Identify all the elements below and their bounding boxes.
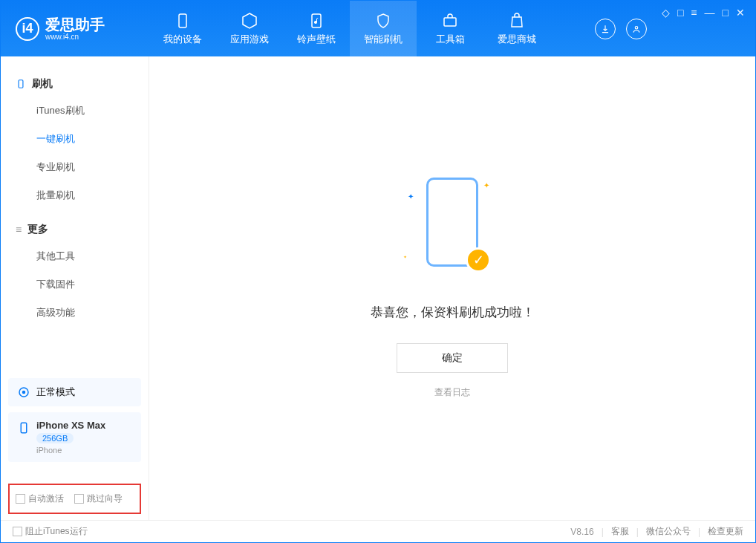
success-illustration: ✦ ✦ ✦ ✓ [408,178,497,282]
phone-icon [174,12,192,30]
block-itunes-checkbox[interactable]: 阻止iTunes运行 [13,525,88,538]
skip-guide-checkbox[interactable]: 跳过向导 [74,492,123,505]
nav-toolbox[interactable]: 工具箱 [417,1,483,56]
mode-card[interactable]: 正常模式 [8,378,141,406]
header-right-icons [595,19,662,39]
svg-rect-2 [444,18,456,26]
user-button[interactable] [626,19,647,39]
nav-ringtones[interactable]: 铃声壁纸 [283,1,350,56]
main-nav: 我的设备 应用游戏 铃声壁纸 智能刷机 工具箱 爱思商城 [149,1,595,56]
checkbox-icon [13,527,22,536]
app-name: 爱思助手 [45,16,105,33]
svg-rect-0 [179,14,186,27]
cube-icon [241,12,258,30]
sidebar-item-oneclick-flash[interactable]: 一键刷机 [1,125,149,153]
device-card[interactable]: iPhone XS Max 256GB iPhone [8,412,141,462]
view-log-link[interactable]: 查看日志 [434,386,470,399]
nav-apps-games[interactable]: 应用游戏 [216,1,283,56]
nav-store[interactable]: 爱思商城 [483,1,550,56]
sidebar-header-flash: 刷机 [1,71,149,97]
device-type: iPhone [36,446,105,455]
download-button[interactable] [595,19,616,39]
app-logo: i4 爱思助手 www.i4.cn [1,16,149,41]
music-file-icon [307,12,325,30]
auto-activate-checkbox[interactable]: 自动激活 [16,492,64,505]
feedback-icon[interactable]: □ [677,7,683,19]
sidebar-item-batch-flash[interactable]: 批量刷机 [1,181,149,209]
success-message: 恭喜您，保资料刷机成功啦！ [371,304,535,321]
menu-icon[interactable]: ≡ [691,7,697,19]
mode-icon [17,386,30,399]
sidebar-item-other-tools[interactable]: 其他工具 [1,242,149,270]
shirt-icon[interactable]: ◇ [662,7,670,19]
window-controls: ◇ □ ≡ — □ ✕ [662,1,755,19]
sidebar: 刷机 iTunes刷机 一键刷机 专业刷机 批量刷机 ≡ 更多 其他工具 下载固… [1,56,149,520]
sidebar-item-advanced[interactable]: 高级功能 [1,299,149,327]
app-url: www.i4.cn [45,33,105,41]
minimize-button[interactable]: — [705,7,715,19]
list-icon: ≡ [16,224,22,235]
checkbox-icon [74,494,84,504]
shield-sync-icon [374,12,392,30]
sparkle-icon: ✦ [403,254,407,259]
toolbox-icon [441,12,459,30]
device-name: iPhone XS Max [36,420,105,431]
title-bar: i4 爱思助手 www.i4.cn 我的设备 应用游戏 铃声壁纸 智能刷机 工具… [1,1,755,56]
svg-point-3 [635,26,638,29]
sidebar-item-pro-flash[interactable]: 专业刷机 [1,153,149,181]
wechat-link[interactable]: 微信公众号 [646,525,691,538]
svg-rect-4 [19,80,23,88]
check-update-link[interactable]: 检查更新 [708,525,743,538]
maximize-button[interactable]: □ [723,7,729,19]
checkbox-icon [16,494,25,504]
options-highlight-box: 自动激活 跳过向导 [8,484,141,514]
version-label: V8.16 [570,527,593,537]
mode-label: 正常模式 [36,386,75,399]
ok-button[interactable]: 确定 [397,343,508,373]
check-badge-icon: ✓ [466,247,491,273]
svg-point-6 [22,391,26,394]
logo-icon: i4 [16,17,39,41]
user-icon [631,24,642,34]
device-phone-icon [17,421,30,435]
close-button[interactable]: ✕ [736,7,745,19]
nav-my-device[interactable]: 我的设备 [149,1,216,56]
support-link[interactable]: 客服 [611,525,629,538]
bag-icon [508,12,526,30]
nav-flash[interactable]: 智能刷机 [350,1,417,56]
sidebar-item-itunes-flash[interactable]: iTunes刷机 [1,97,149,125]
sparkle-icon: ✦ [408,192,414,201]
sidebar-item-download-firmware[interactable]: 下载固件 [1,270,149,299]
sidebar-header-more: ≡ 更多 [1,217,149,242]
status-bar: 阻止iTunes运行 V8.16 | 客服 | 微信公众号 | 检查更新 [1,520,755,542]
download-icon [600,24,610,34]
main-content: ✦ ✦ ✦ ✓ 恭喜您，保资料刷机成功啦！ 确定 查看日志 [149,56,755,520]
device-storage-badge: 256GB [36,433,74,443]
svg-rect-7 [21,423,27,433]
sparkle-icon: ✦ [483,181,489,189]
device-icon [16,79,26,89]
